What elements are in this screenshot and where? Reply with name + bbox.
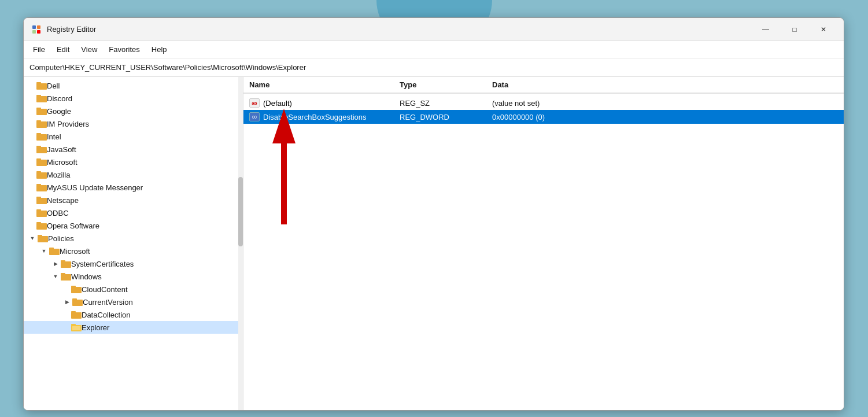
folder-icon-currentversion bbox=[72, 297, 83, 307]
tree-item-systemcertificates[interactable]: ▶ SystemCertificates bbox=[24, 257, 243, 270]
tree-item-javasoft[interactable]: JavaSoft bbox=[24, 143, 243, 156]
svg-rect-38 bbox=[72, 300, 83, 306]
col-name: Name bbox=[249, 80, 400, 89]
svg-rect-40 bbox=[71, 312, 82, 319]
tree-item-cloudcontent[interactable]: CloudContent bbox=[24, 283, 243, 296]
tree-label-netscape: Netscape bbox=[47, 196, 79, 205]
chevron-expand-currentversion[interactable]: ▶ bbox=[63, 298, 71, 306]
tree-item-discord[interactable]: Discord bbox=[24, 92, 243, 105]
folder-icon bbox=[36, 145, 47, 154]
window-controls: — □ ✕ bbox=[752, 20, 837, 39]
chevron-expand-policies[interactable]: ▼ bbox=[28, 234, 36, 242]
tree-item-windows[interactable]: ▼ Windows bbox=[24, 270, 243, 283]
minimize-button[interactable]: — bbox=[752, 20, 779, 39]
tree-item-currentversion[interactable]: ▶ CurrentVersion bbox=[24, 296, 243, 308]
folder-icon-syscerts bbox=[61, 259, 71, 268]
svg-rect-41 bbox=[71, 311, 76, 313]
tree-label-google: Google bbox=[47, 107, 71, 116]
svg-rect-11 bbox=[36, 120, 41, 122]
menu-file[interactable]: File bbox=[28, 43, 50, 56]
folder-icon bbox=[36, 195, 47, 205]
folder-icon-explorer bbox=[71, 323, 82, 332]
main-content: Dell Discord Google bbox=[24, 77, 844, 410]
tree-item-mozilla[interactable]: Mozilla bbox=[24, 168, 243, 181]
svg-rect-36 bbox=[71, 287, 82, 293]
svg-rect-19 bbox=[36, 171, 41, 173]
svg-rect-22 bbox=[36, 198, 47, 204]
folder-icon-policies bbox=[38, 234, 48, 243]
svg-rect-15 bbox=[36, 146, 41, 147]
svg-rect-13 bbox=[36, 133, 41, 135]
tree-label-javasoft: JavaSoft bbox=[47, 145, 76, 154]
folder-icon-windows bbox=[61, 272, 71, 281]
tree-label-explorer: Explorer bbox=[82, 323, 109, 332]
close-button[interactable]: ✕ bbox=[810, 20, 837, 39]
svg-rect-43 bbox=[71, 324, 76, 326]
chevron-expand-windows[interactable]: ▼ bbox=[51, 272, 60, 281]
menu-help[interactable]: Help bbox=[147, 43, 172, 56]
reg-type-default: REG_SZ bbox=[400, 99, 492, 108]
tree-label-microsoft-child: Microsoft bbox=[60, 247, 90, 256]
tree-item-datacollection[interactable]: DataCollection bbox=[24, 308, 243, 321]
tree-label-intel: Intel bbox=[47, 132, 61, 141]
tree-label-dell: Dell bbox=[47, 82, 60, 90]
svg-rect-0 bbox=[32, 25, 36, 29]
folder-icon bbox=[36, 183, 47, 192]
menu-view[interactable]: View bbox=[76, 43, 102, 56]
svg-rect-18 bbox=[36, 172, 47, 179]
tree-label-systemcertificates: SystemCertificates bbox=[71, 260, 134, 268]
maximize-button[interactable]: □ bbox=[781, 20, 808, 39]
reg-name-default: ab (Default) bbox=[249, 98, 400, 108]
menu-favorites[interactable]: Favorites bbox=[104, 43, 144, 56]
window-title: Registry Editor bbox=[47, 25, 752, 34]
reg-type-disable-search: REG_DWORD bbox=[400, 113, 492, 121]
col-data: Data bbox=[492, 80, 792, 89]
svg-rect-32 bbox=[61, 261, 71, 268]
reg-data-default: (value not set) bbox=[492, 99, 838, 108]
tree-item-explorer[interactable]: Explorer bbox=[24, 321, 243, 334]
tree-item-im-providers[interactable]: IM Providers bbox=[24, 117, 243, 130]
svg-rect-21 bbox=[36, 184, 41, 186]
tree-item-myasus[interactable]: MyASUS Update Messenger bbox=[24, 181, 243, 194]
folder-icon bbox=[36, 157, 47, 167]
reg-icon-dword: 00 bbox=[249, 112, 260, 121]
svg-rect-17 bbox=[36, 158, 41, 160]
tree-item-odbc[interactable]: ODBC bbox=[24, 206, 243, 219]
svg-rect-26 bbox=[36, 223, 47, 230]
tree-item-intel[interactable]: Intel bbox=[24, 130, 243, 143]
svg-marker-45 bbox=[272, 109, 296, 224]
svg-rect-10 bbox=[36, 121, 47, 128]
chevron-expand-microsoft[interactable]: ▼ bbox=[40, 247, 48, 255]
tree-item-opera[interactable]: Opera Software bbox=[24, 219, 243, 232]
tree-item-policies[interactable]: ▼ Policies bbox=[24, 232, 243, 245]
folder-icon-cloudcontent bbox=[71, 285, 82, 294]
address-bar: Computer\HKEY_CURRENT_USER\Software\Poli… bbox=[24, 58, 844, 77]
title-bar: Registry Editor — □ ✕ bbox=[24, 18, 844, 41]
svg-rect-33 bbox=[61, 260, 65, 262]
svg-rect-9 bbox=[36, 108, 41, 109]
tree-item-microsoft-top[interactable]: Microsoft bbox=[24, 156, 243, 168]
registry-row-disable-search[interactable]: 00 DisableSearchBoxSuggestions REG_DWORD… bbox=[243, 110, 844, 124]
svg-rect-20 bbox=[36, 185, 47, 191]
menu-bar: File Edit View Favorites Help bbox=[24, 41, 844, 58]
folder-icon bbox=[36, 221, 47, 230]
chevron-expand-syscerts[interactable]: ▶ bbox=[51, 260, 60, 268]
tree-label-opera: Opera Software bbox=[47, 222, 99, 230]
folder-icon bbox=[36, 119, 47, 128]
menu-edit[interactable]: Edit bbox=[52, 43, 74, 56]
registry-row-default[interactable]: ab (Default) REG_SZ (value not set) bbox=[243, 96, 844, 110]
tree-item-netscape[interactable]: Netscape bbox=[24, 194, 243, 206]
svg-rect-28 bbox=[38, 236, 48, 242]
registry-rows: ab (Default) REG_SZ (value not set) 00 D… bbox=[243, 94, 844, 126]
svg-rect-37 bbox=[71, 286, 76, 287]
svg-rect-7 bbox=[36, 95, 41, 97]
folder-icon bbox=[36, 132, 47, 141]
tree-label-microsoft-top: Microsoft bbox=[47, 158, 77, 167]
tree-pane[interactable]: Dell Discord Google bbox=[24, 77, 243, 410]
svg-rect-6 bbox=[36, 96, 47, 102]
tree-item-microsoft-policies[interactable]: ▼ Microsoft bbox=[24, 245, 243, 257]
tree-item-google[interactable]: Google bbox=[24, 105, 243, 117]
tree-item-dell[interactable]: Dell bbox=[24, 79, 243, 92]
app-icon bbox=[31, 24, 42, 35]
scrollbar-thumb[interactable] bbox=[238, 177, 243, 246]
